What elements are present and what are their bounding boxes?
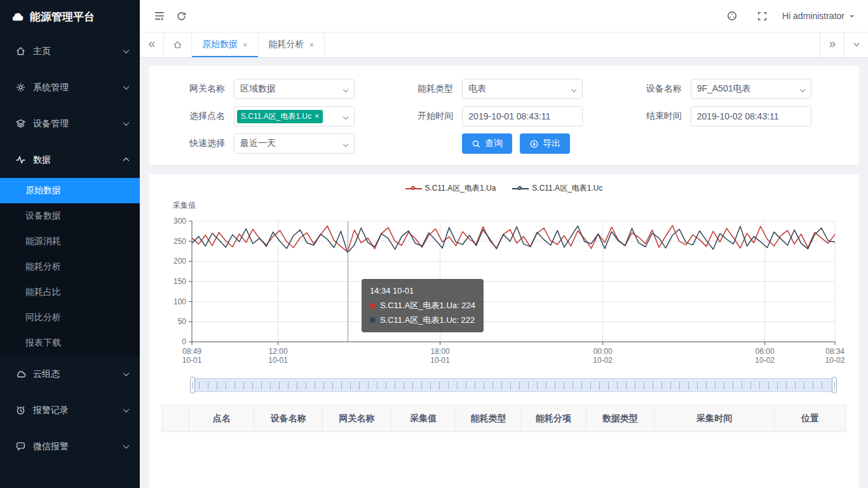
data-zoom-slider[interactable]	[192, 378, 835, 392]
line-chart[interactable]: 05010015020025030008:4910-0112:0010-0118…	[161, 214, 848, 368]
svg-text:10-02: 10-02	[755, 356, 775, 365]
sidebar-item-system-management[interactable]: 系统管理	[0, 69, 140, 105]
subitem-label: 原始数据	[25, 185, 61, 196]
search-icon	[471, 139, 481, 149]
dashboard-button[interactable]	[721, 5, 743, 27]
fullscreen-icon	[757, 11, 768, 22]
svg-text:100: 100	[173, 297, 186, 306]
end-time-label: 结束时间	[618, 111, 682, 122]
legend-item-ua[interactable]: S.C11.A区_电表1.Ua	[405, 183, 496, 194]
point-select[interactable]: S.C11.A区_电表1.Uc ×	[234, 106, 355, 126]
collapse-sidebar-button[interactable]	[149, 5, 170, 27]
main-area: Hi administrator 原始数据 × 能耗分析 ×	[140, 0, 868, 488]
sidebar-subitem-raw-data[interactable]: 原始数据	[0, 178, 140, 203]
col-header-device-name: 设备名称	[254, 405, 323, 432]
page-content: 网关名称 区域数据 能耗类型 电表 设备名称 9F	[140, 57, 868, 488]
col-header-collect-value: 采集值	[391, 405, 456, 432]
table-header-row: 点名 设备名称 网关名称 采集值 能耗类型 能耗分项 数据类型 采集时间 位置	[162, 405, 846, 432]
tab-home[interactable]	[164, 32, 192, 57]
legend-label: S.C11.A区_电表1.Uc	[532, 183, 602, 194]
filter-start-time: 开始时间 2019-10-01 08:43:11	[390, 106, 618, 126]
subitem-label: 能耗占比	[25, 287, 61, 298]
energy-type-select[interactable]: 电表	[462, 79, 583, 99]
data-zoom-ticks	[199, 382, 828, 390]
device-select[interactable]: 9F_A501电表	[691, 79, 811, 99]
svg-text:08:49: 08:49	[182, 347, 201, 356]
remove-tag-icon[interactable]: ×	[315, 112, 319, 120]
export-button[interactable]: 导出	[520, 133, 570, 154]
tab-options-button[interactable]	[844, 32, 868, 57]
tooltip-items: S.C11.A区_电表1.Ua: 224S.C11.A区_电表1.Uc: 222	[370, 299, 475, 328]
series-color-dot	[370, 317, 376, 323]
sidebar-subitem-yoy-analysis[interactable]: 同比分析	[0, 305, 140, 330]
app-window: 能源管理平台 主页 系统管理 设备管理 数据	[0, 0, 868, 488]
subitem-label: 报表下载	[25, 337, 61, 349]
end-time-value: 2019-10-02 08:43:11	[697, 111, 779, 121]
gateway-select[interactable]: 区域数据	[234, 79, 355, 99]
svg-text:10-01: 10-01	[268, 356, 288, 365]
sidebar-item-cloud-config[interactable]: 云组态	[0, 356, 140, 392]
start-time-value: 2019-10-01 08:43:11	[468, 111, 550, 121]
export-button-label: 导出	[543, 138, 560, 149]
menu-fold-icon	[154, 10, 165, 22]
col-header-location: 位置	[774, 405, 846, 432]
tab-raw-data[interactable]: 原始数据 ×	[192, 32, 259, 57]
energy-type-value: 电表	[468, 83, 486, 95]
close-tab-icon[interactable]: ×	[309, 40, 315, 50]
tooltip-title: 14:34 10-01	[370, 284, 475, 299]
query-button[interactable]: 查询	[462, 133, 512, 154]
sidebar-subitem-device-data[interactable]: 设备数据	[0, 203, 140, 229]
data-zoom-left-handle[interactable]	[190, 377, 195, 393]
app-logo: 能源管理平台	[0, 0, 140, 33]
col-header-gateway-name: 网关名称	[323, 405, 391, 432]
sidebar-item-label: 云组态	[33, 369, 124, 380]
scroll-tabs-right-button[interactable]	[820, 32, 844, 57]
sidebar-subitem-energy-ratio[interactable]: 能耗占比	[0, 280, 140, 305]
filter-device: 设备名称 9F_A501电表	[618, 79, 846, 99]
gateway-value: 区域数据	[240, 83, 276, 95]
data-submenu: 原始数据 设备数据 能源消耗 能耗分析 能耗占比 同比分析 报表下载	[0, 178, 140, 356]
scroll-tabs-left-button[interactable]	[140, 32, 164, 57]
start-time-input[interactable]: 2019-10-01 08:43:11	[462, 106, 583, 126]
data-zoom-right-handle[interactable]	[832, 377, 837, 393]
chart-tooltip: 14:34 10-01 S.C11.A区_电表1.Ua: 224S.C11.A区…	[362, 279, 484, 332]
chevron-down-icon	[571, 87, 576, 92]
tab-energy-analysis[interactable]: 能耗分析 ×	[259, 32, 325, 57]
sidebar-subitem-energy-analysis[interactable]: 能耗分析	[0, 254, 140, 280]
caret-down-icon	[848, 13, 855, 20]
tab-label: 原始数据	[202, 39, 238, 50]
svg-text:06:00: 06:00	[756, 347, 775, 356]
download-icon	[529, 139, 539, 149]
chevron-down-icon	[852, 40, 861, 49]
user-menu[interactable]: Hi administrator	[782, 11, 855, 21]
refresh-button[interactable]	[170, 5, 192, 27]
sidebar-subitem-energy-consumption[interactable]: 能源消耗	[0, 229, 140, 254]
col-header-point-name: 点名	[189, 405, 254, 432]
svg-text:08:34: 08:34	[825, 347, 844, 356]
point-tag-text: S.C11.A区_电表1.Uc	[241, 111, 311, 122]
sidebar-menu: 主页 系统管理 设备管理 数据 原始数据 设备数据 能源消	[0, 33, 140, 488]
col-header-select	[162, 405, 189, 432]
sidebar-item-alarm-records[interactable]: 报警记录	[0, 392, 140, 428]
tooltip-series-row: S.C11.A区_电表1.Uc: 222	[370, 313, 475, 328]
svg-text:10-02: 10-02	[593, 356, 613, 365]
end-time-input[interactable]: 2019-10-02 08:43:11	[691, 106, 811, 126]
chevron-down-icon	[123, 83, 130, 90]
fullscreen-button[interactable]	[752, 5, 773, 27]
quick-select-value: 最近一天	[240, 138, 276, 149]
user-greeting: Hi administrator	[782, 11, 844, 21]
chevron-up-icon	[123, 158, 130, 164]
svg-text:250: 250	[173, 237, 186, 246]
legend-item-uc[interactable]: S.C11.A区_电表1.Uc	[512, 183, 602, 194]
quick-select[interactable]: 最近一天	[234, 133, 355, 154]
line-series-symbol	[405, 185, 422, 193]
sidebar-item-home[interactable]: 主页	[0, 33, 140, 69]
tooltip-series-row: S.C11.A区_电表1.Ua: 224	[370, 299, 475, 313]
sidebar-item-device-management[interactable]: 设备管理	[0, 105, 140, 142]
sidebar-item-data[interactable]: 数据	[0, 142, 140, 178]
filter-empty-cell	[618, 133, 846, 154]
sidebar-item-wechat-alarm[interactable]: 微信报警	[0, 428, 140, 464]
close-tab-icon[interactable]: ×	[243, 40, 248, 50]
sidebar-subitem-report-download[interactable]: 报表下载	[0, 330, 140, 356]
chevron-down-icon	[343, 142, 348, 147]
